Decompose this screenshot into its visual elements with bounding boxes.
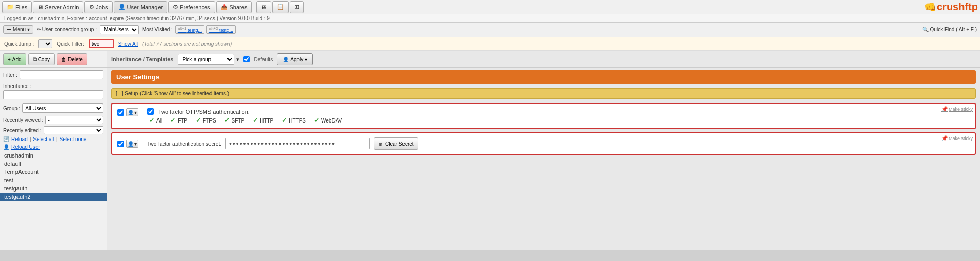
most-visited-label: Most Visited :: [142, 27, 173, 32]
inheritance-input[interactable]: [3, 90, 103, 99]
section-title: User Settings: [116, 73, 160, 81]
user-item-testgauth[interactable]: testgauth: [0, 184, 107, 193]
secret-input[interactable]: [225, 138, 370, 149]
status-bar: Logged in as : crushadmin, Expires : acc…: [0, 14, 980, 23]
add-button[interactable]: + Add: [3, 53, 26, 65]
edit-icon: ✏: [37, 27, 41, 32]
secret-user-icon: 👤: [128, 141, 134, 147]
copy-button[interactable]: ⧉ Copy: [28, 53, 55, 65]
pin-icon-1: 📌: [941, 106, 948, 112]
apply-button[interactable]: 👤 Apply ▾: [277, 53, 313, 65]
quick-filter-input[interactable]: [89, 39, 114, 48]
nav-shares[interactable]: 📤 Shares: [216, 1, 252, 13]
visit-text-1: testg...: [188, 28, 202, 33]
filter-label: Filter :: [3, 72, 18, 78]
otp-settings-box: 📌 Make sticky 👤 ▾ Two factor: [111, 103, 976, 129]
user-item-testgauth2[interactable]: testgauth2: [0, 193, 107, 201]
secret-label: Two factor authentication secret.: [147, 141, 221, 147]
otp-user-icon: 👤: [128, 110, 134, 115]
nav-extra-1[interactable]: 🖥: [256, 1, 271, 13]
visit-link-1[interactable]: alt+1 testg...: [175, 25, 204, 34]
nav-preferences[interactable]: ⚙ Preferences: [168, 1, 215, 13]
right-panel: Inheritance / Templates Pick a group ▾ D…: [107, 51, 980, 250]
secret-user-icon-btn[interactable]: 👤 ▾: [126, 140, 138, 148]
all-check-icon: ✓: [149, 117, 154, 124]
otp-sub-http: ✓ HTTP: [253, 117, 273, 124]
reload-separator: |: [30, 136, 31, 142]
nav-user-manager-label: User Manager: [127, 4, 163, 10]
menu-button[interactable]: ☰ Menu ▾: [3, 25, 33, 34]
make-sticky-button-2[interactable]: 📌 Make sticky: [941, 135, 973, 141]
http-check-icon: ✓: [253, 117, 258, 124]
ftps-check-icon: ✓: [196, 117, 201, 124]
nav-jobs[interactable]: ⚙ Jobs: [84, 1, 112, 13]
second-toolbar: ☰ Menu ▾ ✏ User connection group : MainU…: [0, 23, 980, 37]
user-name-crushadmin: crushadmin: [4, 152, 33, 159]
secret-settings-box: 📌 Make sticky 👤 ▾ Two factor authenticat…: [111, 132, 976, 155]
ftp-label: FTP: [178, 118, 187, 124]
show-all-button[interactable]: Show All: [118, 41, 138, 47]
ftps-label: FTPS: [203, 118, 216, 124]
recently-edited-select[interactable]: -: [44, 126, 104, 134]
recently-viewed-row: Recently viewed : -: [0, 115, 107, 125]
otp-checkbox[interactable]: [117, 109, 124, 116]
collapsed-section[interactable]: [ - ] Setup (Click 'Show All' to see inh…: [111, 88, 976, 99]
user-list: crushadmin default TempAccount test test…: [0, 151, 107, 250]
otp-sub: ✓ All ✓ FTP ✓ FTPS: [149, 117, 970, 124]
logo-fist-icon: 👊: [924, 2, 936, 13]
collapsed-label: [ - ] Setup (Click 'Show All' to see inh…: [116, 91, 229, 96]
https-check-icon: ✓: [282, 117, 287, 124]
select-all-link[interactable]: Select all: [33, 136, 54, 142]
visit-text-2: testg...: [219, 28, 233, 33]
nav-files-label: Files: [15, 4, 27, 10]
otp-main-checkbox[interactable]: [147, 108, 154, 115]
recently-edited-label: Recently edited :: [3, 128, 42, 133]
nav-shares-label: Shares: [230, 4, 248, 10]
sftp-label: SFTP: [232, 118, 245, 124]
otp-main: Two factor OTP/SMS authentication.: [147, 108, 970, 115]
user-item-test[interactable]: test: [0, 176, 107, 184]
reload-link[interactable]: Reload: [11, 136, 28, 142]
quick-jump-label: Quick Jump :: [4, 41, 34, 47]
make-sticky-button-1[interactable]: 📌 Make sticky: [941, 106, 973, 112]
logo-text: crushftp: [937, 1, 978, 13]
clear-secret-button[interactable]: 🗑 Clear Secret: [374, 137, 418, 150]
recently-viewed-select[interactable]: -: [45, 116, 103, 124]
inheritance-label: Inheritance :: [3, 83, 31, 89]
group-picker-select[interactable]: Pick a group: [178, 54, 234, 65]
user-item-tempaccount[interactable]: TempAccount: [0, 168, 107, 176]
user-item-crushadmin[interactable]: crushadmin: [0, 151, 107, 160]
nav-user-manager[interactable]: 👤 User Manager: [114, 1, 168, 13]
nav-extra-2[interactable]: 📋: [272, 1, 289, 13]
menu-icon: ☰: [7, 27, 11, 32]
connection-group-label: ✏ User connection group :: [37, 27, 97, 32]
group-select[interactable]: All Users: [22, 103, 103, 113]
otp-content: Two factor OTP/SMS authentication. ✓ All…: [147, 108, 970, 124]
nav-files[interactable]: 📁 Files: [2, 1, 32, 13]
filter-input[interactable]: [20, 70, 103, 79]
quick-jump-select[interactable]: [38, 39, 52, 48]
reload-user-row: 👤 Reload User: [0, 143, 107, 151]
filter-row: Filter :: [0, 68, 107, 81]
copy-icon: ⧉: [33, 56, 37, 62]
nav-extra-3[interactable]: ⊞: [290, 1, 304, 13]
reload-user-link[interactable]: Reload User: [11, 144, 40, 150]
delete-button[interactable]: 🗑 Delete: [57, 53, 87, 65]
select-none-link[interactable]: Select none: [60, 136, 87, 142]
jobs-icon: ⚙: [89, 4, 94, 10]
otp-controls: 👤 ▾: [117, 108, 143, 116]
visit-link-2[interactable]: alt+2 testg...: [206, 25, 236, 34]
quick-find-label: Quick Find ( Alt + F ): [930, 27, 977, 32]
defaults-checkbox[interactable]: [243, 56, 250, 62]
connection-group-select[interactable]: MainUsers: [100, 25, 139, 34]
nav-server-admin[interactable]: 🖥 Server Admin: [33, 1, 83, 13]
make-sticky-label-2: Make sticky: [949, 136, 973, 141]
otp-user-icon-btn[interactable]: 👤 ▾: [126, 108, 138, 116]
secret-checkbox[interactable]: [117, 141, 124, 147]
all-label: All: [156, 118, 162, 124]
filter-note: (Total 77 sections are not being shown): [142, 41, 232, 47]
most-visited: Most Visited : alt+1 testg... alt+2 test…: [142, 25, 236, 34]
pin-icon-2: 📌: [941, 135, 948, 141]
user-item-default[interactable]: default: [0, 160, 107, 168]
secret-row: 👤 ▾ Two factor authentication secret. 🗑 …: [112, 133, 975, 154]
